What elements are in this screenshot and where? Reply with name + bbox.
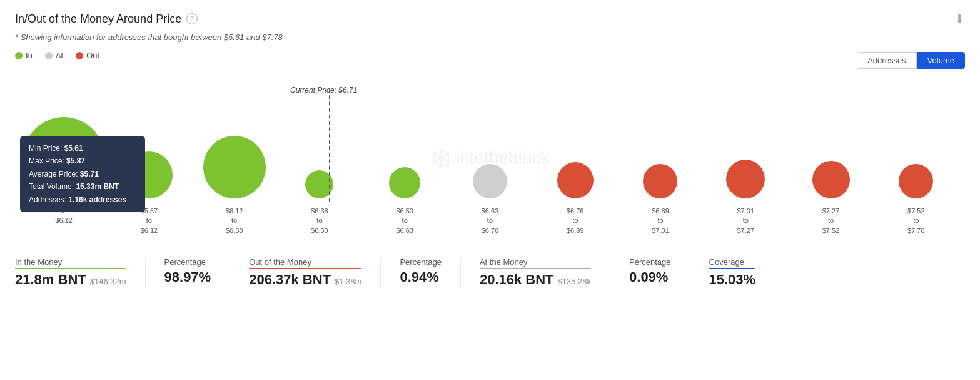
- bubble-5: [473, 164, 507, 198]
- label-col-4: $6.50to$6.63: [362, 202, 447, 239]
- bubble-col-3: [277, 86, 362, 198]
- stat-at-pct-label: Percentage: [629, 257, 671, 267]
- legend-in: In: [15, 51, 33, 60]
- divider-3: [380, 257, 381, 288]
- toggle-volume[interactable]: Volume: [917, 52, 965, 69]
- bubble-col-2: [192, 86, 277, 198]
- stat-in-pct: Percentage 98.97%: [164, 257, 230, 285]
- stat-in-pct-label: Percentage: [164, 257, 211, 267]
- tooltip-vol: Total Volume: 15.33m BNT: [29, 180, 136, 193]
- legend-out: Out: [76, 51, 99, 60]
- label-col-2: $6.12to$6.38: [192, 202, 277, 239]
- help-icon[interactable]: ?: [186, 13, 198, 24]
- bubble-7: [643, 164, 677, 198]
- divider-2: [230, 257, 230, 288]
- current-price-line: [329, 89, 330, 202]
- labels-row: to$6.12$5.87to$6.12$6.12to$6.38$6.38to$6…: [15, 202, 965, 239]
- bubble-col-5: [447, 86, 532, 198]
- header-row: In/Out of the Money Around Price ? ⬇: [15, 11, 965, 26]
- legend-dot-out: [76, 52, 83, 59]
- tooltip-min: Min Price: $5.61: [29, 142, 136, 155]
- stat-out-label: Out of the Money: [249, 257, 361, 269]
- bubble-4: [389, 167, 420, 198]
- subtitle: * Showing information for addresses that…: [15, 33, 965, 42]
- toggle-addresses[interactable]: Addresses: [857, 52, 916, 69]
- label-col-10: $7.52to$7.78: [874, 202, 959, 239]
- legend-at: At: [45, 51, 63, 60]
- stat-out-pct: Percentage 0.94%: [400, 257, 460, 285]
- stat-coverage: Coverage 15.03%: [709, 257, 775, 288]
- label-col-8: $7.01to$7.27: [703, 202, 788, 239]
- legend-row: In At Out: [15, 51, 99, 60]
- stat-at-label: At the Money: [480, 257, 591, 269]
- bubble-col-7: [618, 86, 703, 198]
- tooltip-addr: Addresses: 1.16k addresses: [29, 193, 136, 206]
- stat-at-pct: Percentage 0.09%: [629, 257, 690, 285]
- bubble-6: [557, 162, 594, 198]
- bubbles-row: [15, 86, 965, 198]
- stat-coverage-value: 15.03%: [709, 272, 756, 288]
- download-icon[interactable]: ⬇: [954, 11, 965, 26]
- divider-1: [145, 257, 146, 288]
- divider-6: [690, 257, 690, 288]
- stat-out-value: 206.37k BNT $1.38m: [249, 272, 361, 288]
- toggle-buttons: Addresses Volume: [857, 52, 965, 69]
- bubble-col-6: [533, 86, 618, 198]
- tooltip-box: Min Price: $5.61 Max Price: $5.87 Averag…: [20, 136, 145, 212]
- bubble-col-9: [788, 86, 873, 198]
- stat-at-pct-value: 0.09%: [629, 269, 671, 285]
- page-title: In/Out of the Money Around Price: [15, 13, 181, 26]
- tooltip-avg: Average Price: $5.71: [29, 168, 136, 180]
- stat-coverage-label: Coverage: [709, 257, 756, 269]
- bubble-10: [899, 164, 933, 198]
- bubble-8: [726, 160, 765, 198]
- stat-in-pct-value: 98.97%: [164, 269, 211, 285]
- current-price-label: Current Price: $6.71: [290, 86, 357, 95]
- stats-bar: In the Money 21.8m BNT $146.32m Percenta…: [15, 247, 965, 294]
- label-col-3: $6.38to$6.50: [277, 202, 362, 239]
- label-col-5: $6.63to$6.76: [447, 202, 532, 239]
- label-col-9: $7.27to$7.52: [788, 202, 873, 239]
- bubble-col-4: [362, 86, 447, 198]
- stat-out-the-money: Out of the Money 206.37k BNT $1.38m: [249, 257, 380, 288]
- main-container: In/Out of the Money Around Price ? ⬇ * S…: [0, 0, 980, 306]
- stat-in-the-money: In the Money 21.8m BNT $146.32m: [15, 257, 145, 288]
- stat-out-pct-label: Percentage: [400, 257, 442, 267]
- stat-at-the-money: At the Money 20.16k BNT $135.28k: [480, 257, 610, 288]
- legend-dot-in: [15, 52, 23, 59]
- stat-at-value: 20.16k BNT $135.28k: [480, 272, 591, 288]
- divider-5: [610, 257, 610, 288]
- title-group: In/Out of the Money Around Price ?: [15, 13, 198, 26]
- tooltip-max: Max Price: $5.87: [29, 155, 136, 167]
- bubble-9: [812, 161, 850, 198]
- bubble-col-8: [703, 86, 788, 198]
- legend-dot-at: [45, 52, 53, 59]
- stat-in-label: In the Money: [15, 257, 126, 269]
- label-col-7: $6.89to$7.01: [618, 202, 703, 239]
- label-col-6: $6.76to$6.89: [533, 202, 618, 239]
- stat-in-value: 21.8m BNT $146.32m: [15, 272, 126, 288]
- bubble-col-10: [874, 86, 959, 198]
- chart-area: intotheblock Current Price: $6.71 to$6.1…: [15, 76, 965, 239]
- stat-out-pct-value: 0.94%: [400, 269, 442, 285]
- bubble-2: [203, 136, 266, 198]
- divider-4: [460, 257, 461, 288]
